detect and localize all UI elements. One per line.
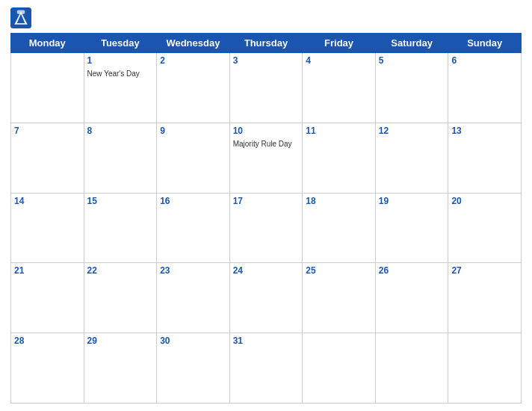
calendar-cell: 17 bbox=[229, 193, 303, 263]
day-number: 23 bbox=[160, 265, 226, 276]
day-number: 18 bbox=[306, 196, 372, 206]
day-number: 17 bbox=[233, 196, 300, 206]
logo bbox=[10, 7, 34, 28]
day-number: 27 bbox=[451, 265, 518, 276]
calendar-week-row: 21222324252627 bbox=[11, 263, 522, 333]
calendar-cell: 3 bbox=[229, 53, 303, 123]
day-number: 25 bbox=[306, 265, 372, 276]
calendar-cell: 2 bbox=[157, 53, 230, 123]
calendar-cell: 7 bbox=[11, 123, 84, 193]
holiday-label: Majority Rule Day bbox=[233, 140, 292, 148]
calendar-cell: 29 bbox=[84, 333, 157, 404]
day-number: 1 bbox=[87, 55, 154, 66]
day-number: 24 bbox=[233, 265, 300, 276]
day-number: 4 bbox=[306, 55, 372, 66]
header-monday: Monday bbox=[11, 34, 84, 53]
day-number: 9 bbox=[160, 126, 226, 136]
calendar-cell: 23 bbox=[157, 263, 230, 333]
calendar-cell: 19 bbox=[375, 193, 448, 263]
calendar-cell: 13 bbox=[448, 123, 522, 193]
header-thursday: Thursday bbox=[229, 34, 303, 53]
calendar-cell: 31 bbox=[229, 333, 303, 404]
calendar-cell: 5 bbox=[375, 53, 448, 123]
calendar-cell: 11 bbox=[303, 123, 376, 193]
day-number: 6 bbox=[451, 55, 518, 66]
day-number: 29 bbox=[87, 336, 154, 346]
header-sunday: Sunday bbox=[448, 34, 522, 53]
weekday-header-row: Monday Tuesday Wednesday Thursday Friday… bbox=[11, 34, 522, 53]
calendar-cell: 26 bbox=[375, 263, 448, 333]
day-number: 13 bbox=[451, 126, 518, 136]
calendar-cell bbox=[375, 333, 448, 404]
day-number: 14 bbox=[14, 196, 81, 206]
svg-rect-3 bbox=[17, 10, 25, 14]
day-number: 8 bbox=[87, 126, 154, 136]
calendar-cell bbox=[11, 53, 84, 123]
calendar-cell: 20 bbox=[448, 193, 522, 263]
day-number: 26 bbox=[379, 265, 445, 276]
calendar-cell: 27 bbox=[448, 263, 522, 333]
calendar-cell: 22 bbox=[84, 263, 157, 333]
generalblue-logo-icon bbox=[10, 7, 31, 28]
header-wednesday: Wednesday bbox=[157, 34, 230, 53]
calendar-cell: 28 bbox=[11, 333, 84, 404]
calendar-cell: 15 bbox=[84, 193, 157, 263]
calendar-cell bbox=[448, 333, 522, 404]
calendar-cell: 16 bbox=[157, 193, 230, 263]
calendar-week-row: 14151617181920 bbox=[11, 193, 522, 263]
calendar-week-row: 1New Year's Day23456 bbox=[11, 53, 522, 123]
day-number: 12 bbox=[379, 126, 445, 136]
day-number: 30 bbox=[160, 336, 226, 346]
calendar-cell: 6 bbox=[448, 53, 522, 123]
day-number: 28 bbox=[14, 336, 81, 346]
day-number: 31 bbox=[233, 336, 300, 346]
day-number: 7 bbox=[14, 126, 81, 136]
day-number: 3 bbox=[233, 55, 300, 66]
day-number: 22 bbox=[87, 265, 154, 276]
holiday-label: New Year's Day bbox=[87, 69, 140, 78]
calendar-week-row: 28293031 bbox=[11, 333, 522, 404]
day-number: 5 bbox=[379, 55, 445, 66]
calendar-cell bbox=[303, 333, 376, 404]
day-number: 16 bbox=[160, 196, 226, 206]
calendar-week-row: 78910Majority Rule Day111213 bbox=[11, 123, 522, 193]
day-number: 2 bbox=[160, 55, 226, 66]
calendar-cell: 30 bbox=[157, 333, 230, 404]
calendar-cell: 14 bbox=[11, 193, 84, 263]
calendar-cell: 4 bbox=[303, 53, 376, 123]
calendar-cell: 12 bbox=[375, 123, 448, 193]
header bbox=[10, 7, 522, 28]
calendar-cell: 25 bbox=[303, 263, 376, 333]
day-number: 20 bbox=[451, 196, 518, 206]
day-number: 10 bbox=[233, 126, 300, 136]
calendar-page: Monday Tuesday Wednesday Thursday Friday… bbox=[0, 0, 532, 411]
calendar-cell: 8 bbox=[84, 123, 157, 193]
header-friday: Friday bbox=[303, 34, 376, 53]
calendar-table: Monday Tuesday Wednesday Thursday Friday… bbox=[10, 33, 522, 404]
day-number: 19 bbox=[379, 196, 445, 206]
calendar-cell: 21 bbox=[11, 263, 84, 333]
header-saturday: Saturday bbox=[375, 34, 448, 53]
day-number: 11 bbox=[306, 126, 372, 136]
calendar-cell: 10Majority Rule Day bbox=[229, 123, 303, 193]
day-number: 15 bbox=[87, 196, 154, 206]
calendar-cell: 9 bbox=[157, 123, 230, 193]
calendar-cell: 18 bbox=[303, 193, 376, 263]
calendar-cell: 24 bbox=[229, 263, 303, 333]
header-tuesday: Tuesday bbox=[84, 34, 157, 53]
day-number: 21 bbox=[14, 265, 81, 276]
calendar-cell: 1New Year's Day bbox=[84, 53, 157, 123]
